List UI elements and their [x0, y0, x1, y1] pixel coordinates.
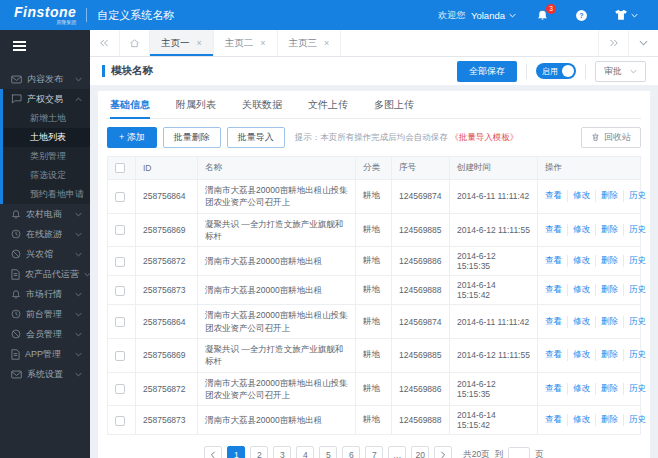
page-tab[interactable]: 主页三× [278, 30, 342, 56]
sidebar-subitem[interactable]: 预约看地申请 [3, 185, 90, 204]
row-action-link[interactable]: 修改 [567, 255, 590, 267]
notifications-button[interactable]: 3 [530, 9, 555, 22]
help-button[interactable]: ? [569, 9, 594, 22]
row-action-link[interactable]: 历史 [623, 383, 646, 395]
row-action-link[interactable]: 查看 [545, 383, 562, 395]
row-action-link[interactable]: 修改 [567, 190, 590, 202]
sidebar-item[interactable]: 兴农馆 [0, 244, 90, 264]
sidebar-item[interactable]: 农村电商 [0, 204, 90, 224]
sidebar-item[interactable]: 产权交易 [3, 89, 90, 109]
page-tab[interactable]: 主页一× [150, 30, 214, 56]
sidebar-subitem[interactable]: 筛选设定 [3, 166, 90, 185]
row-action-link[interactable]: 查看 [545, 284, 562, 296]
row-action-link[interactable]: 历史 [623, 414, 646, 426]
close-icon[interactable]: × [260, 38, 265, 48]
pagination-page-button[interactable]: 4 [296, 446, 314, 458]
theme-button[interactable] [608, 9, 644, 21]
user-menu[interactable]: Yolanda [471, 10, 516, 21]
row-checkbox[interactable] [115, 257, 125, 267]
sidebar-item[interactable]: 在线旅游 [0, 224, 90, 244]
row-action-link[interactable]: 历史 [623, 255, 646, 267]
row-action-link[interactable]: 删除 [595, 316, 618, 328]
row-action-link[interactable]: 查看 [545, 414, 562, 426]
import-template-link[interactable]: 《批量导入模板》 [450, 132, 518, 142]
content-tab[interactable]: 附属列表 [176, 91, 216, 118]
row-action-link[interactable]: 查看 [545, 316, 562, 328]
table-row: 258756869凝聚共识 —全力打造文旅产业旗舰和标杆耕地1245698852… [108, 213, 641, 247]
row-action-link[interactable]: 修改 [567, 414, 590, 426]
pagination-next-button[interactable] [434, 446, 452, 458]
row-action-link[interactable]: 删除 [595, 383, 618, 395]
batch-delete-button[interactable]: 批量删除 [163, 127, 221, 148]
row-action-link[interactable]: 删除 [595, 255, 618, 267]
row-action-link[interactable]: 查看 [545, 190, 562, 202]
pagination-page-button[interactable]: 1 [227, 446, 245, 458]
pagination-page-button[interactable]: 2 [250, 446, 268, 458]
close-icon[interactable]: × [324, 38, 329, 48]
page-tab[interactable]: 主页二× [214, 30, 278, 56]
sidebar-collapse-button[interactable] [0, 30, 90, 61]
pagination-page-button[interactable]: 3 [273, 446, 291, 458]
save-all-button[interactable]: 全部保存 [457, 61, 517, 82]
sidebar-item[interactable]: 市场行情 [0, 284, 90, 304]
sidebar-subitem[interactable]: 新增土地 [3, 109, 90, 128]
row-action-link[interactable]: 查看 [545, 349, 562, 361]
row-action-link[interactable]: 历史 [623, 316, 646, 328]
sidebar-item[interactable]: 系统设置 [0, 364, 90, 384]
home-tab-button[interactable] [120, 30, 150, 56]
approve-select[interactable]: 审批 [595, 61, 646, 82]
sidebar-item[interactable]: 前台管理 [0, 304, 90, 324]
row-action-link[interactable]: 历史 [623, 349, 646, 361]
tabs-menu-button[interactable] [628, 30, 658, 56]
row-action-link[interactable]: 删除 [595, 349, 618, 361]
row-checkbox[interactable] [115, 416, 125, 426]
sidebar-item[interactable]: 农产品代运营 [0, 264, 90, 284]
row-checkbox[interactable] [115, 351, 125, 361]
row-action-link[interactable]: 修改 [567, 316, 590, 328]
row-action-link[interactable]: 删除 [595, 284, 618, 296]
sidebar-item[interactable]: 会员管理 [0, 324, 90, 344]
close-icon[interactable]: × [197, 38, 202, 48]
row-action-link[interactable]: 删除 [595, 414, 618, 426]
pagination-prev-button[interactable] [204, 446, 222, 458]
recycle-bin-button[interactable]: 回收站 [581, 127, 641, 148]
sidebar-subitem[interactable]: 土地列表 [3, 128, 90, 147]
select-all-checkbox[interactable] [115, 163, 125, 173]
pagination-page-button[interactable]: 20 [411, 446, 429, 458]
row-action-link[interactable]: 删除 [595, 224, 618, 236]
sidebar-item[interactable]: 内容发布 [0, 69, 90, 89]
content-tab[interactable]: 基础信息 [110, 91, 150, 118]
pagination-page-button[interactable]: 6 [342, 446, 360, 458]
pagination-page-button[interactable]: 5 [319, 446, 337, 458]
row-action-link[interactable]: 历史 [623, 284, 646, 296]
row-action-link[interactable]: 修改 [567, 284, 590, 296]
row-checkbox[interactable] [115, 192, 125, 202]
row-action-link[interactable]: 历史 [623, 224, 646, 236]
row-action-link[interactable]: 修改 [567, 349, 590, 361]
content-tab[interactable]: 关联数据 [242, 91, 282, 118]
row-action-link[interactable]: 查看 [545, 255, 562, 267]
row-checkbox[interactable] [115, 384, 125, 394]
content-tab[interactable]: 文件上传 [308, 91, 348, 118]
row-checkbox[interactable] [115, 286, 125, 296]
chevron-down-icon [75, 312, 82, 317]
logo[interactable]: Finstone 晨隆集团 [14, 5, 76, 25]
sidebar-subitem[interactable]: 类别管理 [3, 147, 90, 166]
batch-import-button[interactable]: 批量导入 [227, 127, 285, 148]
file-icon [11, 349, 20, 360]
sidebar-item[interactable]: APP管理 [0, 344, 90, 364]
add-button[interactable]: + 添加 [107, 127, 157, 148]
tabs-scroll-left-button[interactable] [90, 30, 120, 56]
goto-page-input[interactable] [508, 447, 530, 458]
row-action-link[interactable]: 修改 [567, 383, 590, 395]
row-action-link[interactable]: 删除 [595, 190, 618, 202]
row-action-link[interactable]: 历史 [623, 190, 646, 202]
row-checkbox[interactable] [115, 225, 125, 235]
row-checkbox[interactable] [115, 317, 125, 327]
tabs-scroll-right-button[interactable] [598, 30, 628, 56]
enable-toggle[interactable]: 启用 [536, 63, 576, 79]
row-action-link[interactable]: 查看 [545, 224, 562, 236]
content-tab[interactable]: 多图上传 [374, 91, 414, 118]
row-action-link[interactable]: 修改 [567, 224, 590, 236]
pagination-page-button[interactable]: 7 [365, 446, 383, 458]
